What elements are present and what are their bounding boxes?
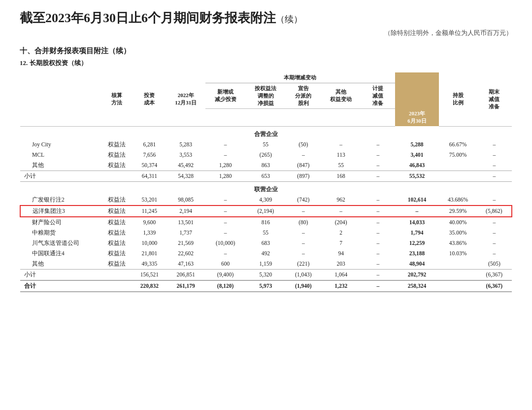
financial-table: 核算方法 投资成本 2022年12月31日 本期增减变动 持股比例 期末减值准备…: [20, 72, 512, 292]
dividend: (847): [286, 160, 321, 171]
ratio: 43.86%: [439, 238, 476, 248]
ratio: [439, 160, 476, 171]
row-name: 合计: [20, 280, 101, 292]
provision-add: –: [361, 280, 395, 292]
table-row: 合营企业: [20, 126, 512, 139]
other-equity: 962: [321, 195, 361, 205]
cost: 9,600: [133, 217, 166, 228]
provision-add: –: [361, 205, 395, 217]
other-equity: 94: [321, 248, 361, 259]
increase: 1,280: [205, 171, 246, 181]
cost: 49,335: [133, 259, 166, 270]
cost: 220,832: [133, 280, 166, 292]
provision-add: –: [361, 238, 395, 248]
dividend: (80): [286, 217, 321, 228]
increase: 1,280: [205, 160, 246, 171]
method: [101, 280, 133, 292]
end-provision: –: [477, 139, 512, 150]
y2023: 5,288: [395, 139, 439, 150]
increase: –: [205, 150, 246, 160]
equity-adj: 55: [245, 139, 286, 150]
row-name: 广发银行注2: [20, 195, 101, 205]
provision-add: –: [361, 269, 395, 280]
provision-add: –: [361, 160, 395, 171]
ratio: [439, 280, 476, 292]
table-row: 合计 220,832 261,179 (8,120) 5,973 (1,940)…: [20, 280, 512, 292]
end-provision: (6,367): [477, 269, 512, 280]
table-row: MCL 权益法 7,656 3,553 – (265) – 113 – 3,40…: [20, 150, 512, 160]
table-row: 中粮期货 权益法 1,339 1,737 – 55 – 2 – 1,794 35…: [20, 228, 512, 238]
end-provision: –: [477, 171, 512, 181]
table-row: 联营企业: [20, 181, 512, 195]
provision-add: –: [361, 171, 395, 181]
ratio: [439, 259, 476, 270]
y2022: 1,737: [166, 228, 205, 238]
y2022: 3,553: [166, 150, 205, 160]
table-row: 远洋集团注3 权益法 11,245 2,194 – (2,194) – – – …: [20, 205, 512, 217]
method: 权益法: [101, 228, 133, 238]
row-name: MCL: [20, 150, 101, 160]
cost: 10,000: [133, 238, 166, 248]
row-name: 小计: [20, 171, 101, 181]
other-equity: 2: [321, 228, 361, 238]
dividend: –: [286, 248, 321, 259]
table-row: 其他 权益法 50,374 45,492 1,280 863 (847) 55 …: [20, 160, 512, 171]
y2022: 54,328: [166, 171, 205, 181]
method: [101, 269, 133, 280]
increase: –: [205, 248, 246, 259]
y2023: 23,188: [395, 248, 439, 259]
ratio: 75.00%: [439, 150, 476, 160]
method: 权益法: [101, 248, 133, 259]
ratio: [439, 269, 476, 280]
dividend: (897): [286, 171, 321, 181]
equity-adj: 492: [245, 248, 286, 259]
dividend: (221): [286, 259, 321, 270]
y2023: 14,033: [395, 217, 439, 228]
subtitle: （除特别注明外，金额单位为人民币百万元）: [20, 29, 512, 37]
y2022: 22,602: [166, 248, 205, 259]
other-equity: –: [321, 139, 361, 150]
page-title: 截至2023年6月30日止6个月期间财务报表附注（续） （除特别注明外，金额单位…: [20, 10, 512, 37]
y2023: 202,792: [395, 269, 439, 280]
ratio: 66.67%: [439, 139, 476, 150]
end-provision: –: [477, 150, 512, 160]
y2023: 12,259: [395, 238, 439, 248]
equity-adj: 1,159: [245, 259, 286, 270]
method: 权益法: [101, 217, 133, 228]
table-row: 广发银行注2 权益法 53,201 98,085 – 4,309 (742) 9…: [20, 195, 512, 205]
end-provision: –: [477, 160, 512, 171]
ratio: 43.686%: [439, 195, 476, 205]
cost: 50,374: [133, 160, 166, 171]
other-equity: 168: [321, 171, 361, 181]
dividend: –: [286, 150, 321, 160]
cost: 64,311: [133, 171, 166, 181]
y2022: 47,163: [166, 259, 205, 270]
other-equity: –: [321, 205, 361, 217]
other-equity: (204): [321, 217, 361, 228]
dividend: –: [286, 238, 321, 248]
row-name: 其他: [20, 259, 101, 270]
cost: 11,245: [133, 205, 166, 217]
row-name: 川气东送管道公司: [20, 238, 101, 248]
increase: –: [205, 195, 246, 205]
cost: 53,201: [133, 195, 166, 205]
other-equity: 1,232: [321, 280, 361, 292]
cost: 7,656: [133, 150, 166, 160]
dividend: (1,043): [286, 269, 321, 280]
y2023: 46,843: [395, 160, 439, 171]
increase: –: [205, 217, 246, 228]
end-provision: –: [477, 228, 512, 238]
equity-adj: 4,309: [245, 195, 286, 205]
provision-add: –: [361, 259, 395, 270]
y2023: 1,794: [395, 228, 439, 238]
end-provision: (5,862): [477, 205, 512, 217]
section-title: 十、合并财务报表项目附注（续）: [20, 46, 512, 56]
row-name: 中国联通注4: [20, 248, 101, 259]
equity-adj: 816: [245, 217, 286, 228]
cost: 6,281: [133, 139, 166, 150]
provision-add: –: [361, 248, 395, 259]
dividend: (1,940): [286, 280, 321, 292]
y2023: –: [395, 205, 439, 217]
end-provision: (6,367): [477, 280, 512, 292]
ratio: [439, 171, 476, 181]
